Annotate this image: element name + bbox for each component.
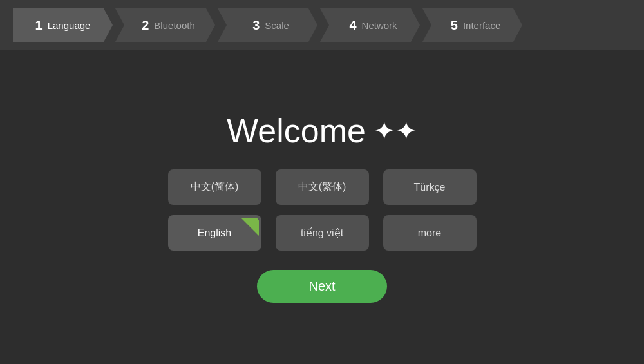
main-content: Welcome ✦✦ 中文(简体) 中文(繁体) Türkçe English … xyxy=(0,50,644,364)
step-5-interface[interactable]: 5 Interface xyxy=(422,8,522,42)
step-3-number: 3 xyxy=(252,18,260,33)
selected-checkmark xyxy=(241,218,259,236)
lang-btn-zh-traditional[interactable]: 中文(繁体) xyxy=(276,169,369,205)
next-button[interactable]: Next xyxy=(257,270,386,303)
sparkle-icon: ✦✦ xyxy=(374,116,417,146)
welcome-heading: Welcome ✦✦ xyxy=(227,111,417,150)
step-4-label: Network xyxy=(362,20,397,31)
step-1-number: 1 xyxy=(35,18,43,33)
step-5-number: 5 xyxy=(451,18,458,33)
stepper: 1 Language 2 Bluetooth 3 Scale 4 Network… xyxy=(0,0,644,50)
step-2-label: Bluetooth xyxy=(154,20,194,31)
step-4-number: 4 xyxy=(349,18,356,33)
lang-btn-vietnamese[interactable]: tiếng việt xyxy=(276,215,369,251)
lang-btn-turkish[interactable]: Türkçe xyxy=(383,169,477,205)
step-4-network[interactable]: 4 Network xyxy=(320,8,420,42)
lang-btn-english[interactable]: English xyxy=(168,215,261,251)
welcome-text: Welcome xyxy=(227,111,366,150)
step-1-label: Language xyxy=(48,20,91,31)
step-3-label: Scale xyxy=(265,20,289,31)
step-2-bluetooth[interactable]: 2 Bluetooth xyxy=(115,8,215,42)
step-1-language[interactable]: 1 Language xyxy=(13,8,113,42)
lang-btn-zh-simplified[interactable]: 中文(简体) xyxy=(168,169,261,205)
step-3-scale[interactable]: 3 Scale xyxy=(218,8,317,42)
step-5-label: Interface xyxy=(463,20,500,31)
lang-btn-more[interactable]: more xyxy=(383,215,477,251)
language-grid: 中文(简体) 中文(繁体) Türkçe English tiếng việt … xyxy=(168,169,477,251)
step-2-number: 2 xyxy=(142,18,149,33)
